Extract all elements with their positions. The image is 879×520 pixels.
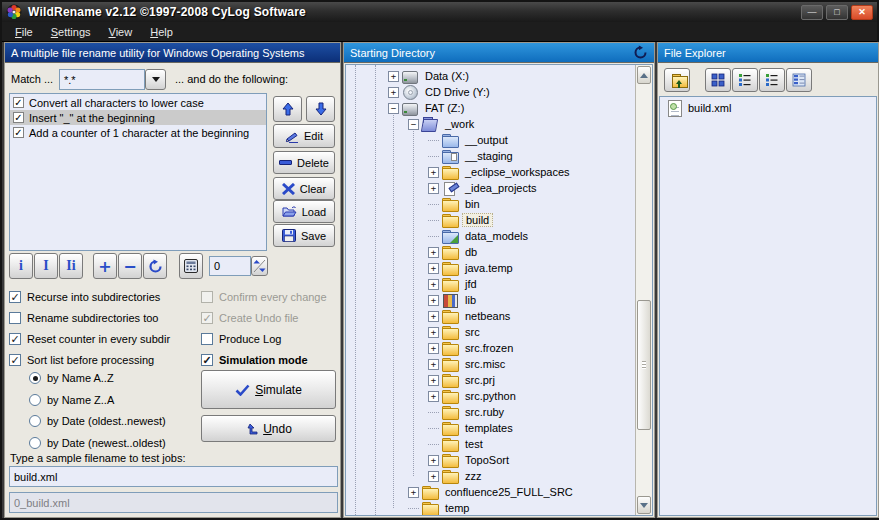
checkbox[interactable] bbox=[9, 312, 21, 324]
sort-option-1[interactable]: by Name Z..A bbox=[29, 393, 114, 407]
simulate-button[interactable]: Simulate bbox=[201, 370, 336, 409]
menu-settings[interactable]: Settings bbox=[42, 24, 100, 40]
radio-button[interactable] bbox=[29, 437, 41, 449]
maximize-button[interactable]: □ bbox=[826, 5, 848, 20]
tree-item-src-frozen[interactable]: +src.frozen bbox=[346, 340, 634, 356]
folder-up-button[interactable] bbox=[664, 68, 690, 92]
scroll-up-button[interactable] bbox=[637, 66, 651, 84]
tree-item-toposort[interactable]: +TopoSort bbox=[346, 452, 634, 468]
checkbox[interactable]: ✓ bbox=[9, 354, 21, 366]
counter-spinner[interactable] bbox=[251, 256, 268, 276]
checkbox[interactable]: ✓ bbox=[9, 333, 21, 345]
menu-file[interactable]: File bbox=[6, 24, 42, 40]
tree-item-build[interactable]: build bbox=[346, 212, 634, 228]
collapse-icon[interactable]: − bbox=[388, 103, 399, 114]
sort-option-2[interactable]: by Date (oldest..newest) bbox=[29, 414, 166, 428]
tree-item-jfd[interactable]: +jfd bbox=[346, 276, 634, 292]
option-rename-subdirectories-too[interactable]: Rename subdirectories too bbox=[9, 311, 158, 325]
checkbox[interactable]: ✓ bbox=[201, 354, 213, 366]
job-checkbox[interactable]: ✓ bbox=[13, 127, 24, 138]
tree-item-test[interactable]: test bbox=[346, 436, 634, 452]
expand-icon[interactable]: + bbox=[428, 455, 439, 466]
tree-item-templates[interactable]: templates bbox=[346, 420, 634, 436]
radio-button[interactable] bbox=[29, 372, 41, 384]
tree-item-fat-z-[interactable]: −FAT (Z:) bbox=[346, 100, 634, 116]
remove-job-button[interactable]: − bbox=[118, 253, 142, 279]
expand-icon[interactable]: + bbox=[428, 375, 439, 386]
tree-item-zzz[interactable]: +zzz bbox=[346, 468, 634, 484]
expand-icon[interactable]: + bbox=[388, 87, 399, 98]
refresh-tree-icon[interactable] bbox=[633, 45, 648, 60]
sort-option-0[interactable]: by Name A..Z bbox=[29, 371, 114, 385]
expand-icon[interactable]: + bbox=[388, 71, 399, 82]
option-produce-log[interactable]: Produce Log bbox=[201, 332, 281, 346]
jobs-list[interactable]: ✓Convert all characters to lower case✓In… bbox=[9, 93, 267, 251]
minimize-button[interactable]: — bbox=[801, 5, 823, 20]
view-list-button[interactable] bbox=[759, 68, 785, 92]
option-simulation-mode[interactable]: ✓Simulation mode bbox=[201, 353, 308, 367]
tree-item-netbeans[interactable]: +netbeans bbox=[346, 308, 634, 324]
tree-item-src-ruby[interactable]: src.ruby bbox=[346, 404, 634, 420]
tree-item-bin[interactable]: bin bbox=[346, 196, 634, 212]
lowercase-button[interactable]: i bbox=[9, 253, 33, 279]
tree-item--staging[interactable]: __staging bbox=[346, 148, 634, 164]
tree-item-src-misc[interactable]: +src.misc bbox=[346, 356, 634, 372]
expand-icon[interactable]: + bbox=[428, 359, 439, 370]
counter-format-button[interactable] bbox=[179, 253, 203, 279]
counter-start-field[interactable]: 0 bbox=[209, 256, 251, 276]
radio-button[interactable] bbox=[29, 394, 41, 406]
directory-tree[interactable]: +Data (X:)+CD Drive (Y:)−FAT (Z:)−_work_… bbox=[345, 64, 653, 516]
expand-icon[interactable]: + bbox=[428, 183, 439, 194]
expand-icon[interactable]: + bbox=[428, 295, 439, 306]
reset-jobs-button[interactable] bbox=[143, 253, 167, 279]
edit-button[interactable]: Edit bbox=[273, 124, 335, 148]
tree-item-data-models[interactable]: data_models bbox=[346, 228, 634, 244]
expand-icon[interactable]: + bbox=[428, 311, 439, 322]
expand-icon[interactable]: + bbox=[428, 263, 439, 274]
expand-icon[interactable]: + bbox=[428, 471, 439, 482]
add-job-button[interactable]: + bbox=[93, 253, 117, 279]
move-down-button[interactable] bbox=[306, 96, 335, 122]
uppercase-button[interactable]: I bbox=[34, 253, 58, 279]
clear-button[interactable]: Clear bbox=[273, 177, 335, 200]
file-item[interactable]: build.xml bbox=[660, 97, 876, 116]
expand-icon[interactable]: + bbox=[428, 343, 439, 354]
tree-item-cd-drive-y-[interactable]: +CD Drive (Y:) bbox=[346, 84, 634, 100]
tree-scrollbar[interactable] bbox=[635, 65, 652, 515]
scrollbar-thumb[interactable] bbox=[637, 300, 651, 430]
expand-icon[interactable]: + bbox=[428, 391, 439, 402]
tree-item-src-prj[interactable]: +src.prj bbox=[346, 372, 634, 388]
tree-item--idea-projects[interactable]: +_idea_projects bbox=[346, 180, 634, 196]
expand-icon[interactable]: + bbox=[428, 327, 439, 338]
scroll-down-button[interactable] bbox=[637, 496, 651, 514]
expand-icon[interactable]: + bbox=[428, 279, 439, 290]
radio-button[interactable] bbox=[29, 415, 41, 427]
tree-item-db[interactable]: +db bbox=[346, 244, 634, 260]
sort-option-3[interactable]: by Date (newest..oldest) bbox=[29, 436, 166, 450]
collapse-icon[interactable]: − bbox=[408, 119, 419, 130]
view-large-icons-button[interactable] bbox=[705, 68, 731, 92]
load-button[interactable]: Load bbox=[273, 200, 335, 223]
view-small-icons-button[interactable] bbox=[732, 68, 758, 92]
tree-item-lib[interactable]: +lib bbox=[346, 292, 634, 308]
tree-item--output[interactable]: __output bbox=[346, 132, 634, 148]
tree-item-src-python[interactable]: +src.python bbox=[346, 388, 634, 404]
match-combo-dropdown-button[interactable] bbox=[145, 69, 166, 90]
explorer-file-list[interactable]: build.xml bbox=[659, 96, 877, 516]
tree-item-temp[interactable]: temp bbox=[346, 500, 634, 516]
option-sort-list-before-processing[interactable]: ✓Sort list before processing bbox=[9, 353, 154, 367]
checkbox[interactable]: ✓ bbox=[9, 291, 21, 303]
move-up-button[interactable] bbox=[273, 96, 302, 122]
menu-help[interactable]: Help bbox=[141, 24, 182, 40]
close-button[interactable]: ✕ bbox=[851, 5, 873, 20]
job-checkbox[interactable]: ✓ bbox=[13, 112, 24, 123]
tree-item-src[interactable]: +src bbox=[346, 324, 634, 340]
menu-view[interactable]: View bbox=[100, 24, 142, 40]
expand-icon[interactable]: + bbox=[428, 247, 439, 258]
expand-icon[interactable]: + bbox=[408, 487, 419, 498]
job-row[interactable]: ✓Convert all characters to lower case bbox=[10, 95, 266, 110]
sample-filename-input[interactable]: build.xml bbox=[9, 466, 338, 487]
tree-item-confluence25-full-src[interactable]: +confluence25_FULL_SRC bbox=[346, 484, 634, 500]
tree-item-java-temp[interactable]: +java.temp bbox=[346, 260, 634, 276]
delete-button[interactable]: Delete bbox=[273, 151, 335, 174]
